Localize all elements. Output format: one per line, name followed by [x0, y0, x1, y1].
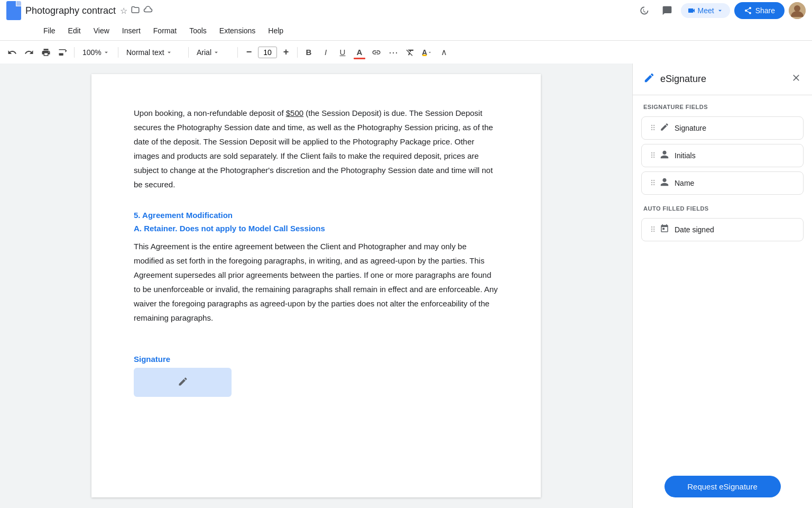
font-size-area: − 10 + — [241, 44, 294, 60]
agreement-paragraph: This Agreement is the entire agreement b… — [134, 239, 499, 325]
redo-button[interactable] — [21, 44, 37, 60]
menu-file[interactable]: File — [38, 24, 61, 37]
underline-button[interactable]: U — [335, 44, 350, 60]
document-page: Upon booking, a non-refundable deposit o… — [91, 74, 541, 497]
name-field-label: Name — [675, 179, 694, 187]
date-signed-field-icon — [660, 224, 669, 235]
menu-insert[interactable]: Insert — [117, 24, 146, 37]
name-field-item[interactable]: ⠿ Name — [641, 171, 804, 195]
font-size-input[interactable]: 10 — [258, 47, 277, 58]
drag-icon-signature: ⠿ — [650, 124, 654, 132]
panel-pencil-icon — [643, 72, 655, 86]
agreement-modification-heading: 5. Agreement Modification — [134, 211, 499, 220]
document-area: Upon booking, a non-refundable deposit o… — [0, 64, 632, 508]
docs-logo — [6, 1, 21, 20]
text-color-button[interactable]: A — [352, 44, 367, 60]
panel-title: eSignature — [660, 74, 786, 85]
signature-box[interactable] — [134, 368, 232, 397]
italic-button[interactable]: I — [318, 44, 334, 60]
esignature-fields-title: ESIGNATURE FIELDS — [633, 95, 812, 114]
divider-5 — [297, 47, 298, 58]
signature-field-icon — [660, 122, 669, 134]
menu-view[interactable]: View — [88, 24, 115, 37]
star-icon[interactable]: ☆ — [120, 6, 127, 16]
spacer-2 — [134, 333, 499, 344]
signature-field-item[interactable]: ⠿ Signature — [641, 116, 804, 140]
toolbar: 100% Normal text Arial − 10 + B I U A ⋯ … — [0, 40, 812, 64]
retainer-subheading: A. Retainer. Does not apply to Model Cal… — [134, 224, 499, 233]
bold-button[interactable]: B — [301, 44, 317, 60]
link-button[interactable] — [368, 44, 384, 60]
name-field-icon — [660, 177, 669, 189]
comment-icon[interactable] — [658, 1, 677, 20]
divider-2 — [118, 47, 118, 58]
date-signed-field-label: Date signed — [675, 225, 714, 234]
collapse-toolbar-button[interactable]: ∧ — [436, 44, 452, 60]
panel-close-button[interactable] — [791, 72, 801, 86]
signature-pen-icon — [178, 376, 188, 389]
top-right-actions: Meet Share — [634, 1, 806, 20]
menu-format[interactable]: Format — [148, 24, 182, 37]
text-style-selector[interactable]: Normal text — [122, 47, 185, 58]
highlight-button[interactable]: A — [419, 44, 435, 60]
meet-label: Meet — [698, 6, 714, 15]
paint-format-button[interactable] — [55, 44, 71, 60]
more-options-button[interactable]: ⋯ — [385, 44, 401, 60]
cloud-icon[interactable] — [143, 5, 153, 16]
auto-filled-fields-title: AUTO FILLED FIELDS — [633, 197, 812, 216]
meet-button[interactable]: Meet — [681, 3, 730, 18]
folder-icon[interactable] — [131, 5, 140, 16]
drag-icon-name: ⠿ — [650, 179, 654, 187]
panel-footer: Request eSignature — [633, 243, 812, 508]
deposit-paragraph: Upon booking, a non-refundable deposit o… — [134, 106, 499, 192]
date-signed-field-item[interactable]: ⠿ Date signed — [641, 218, 804, 241]
main-area: Upon booking, a non-refundable deposit o… — [0, 64, 812, 508]
font-size-decrease[interactable]: − — [241, 44, 257, 60]
zoom-selector[interactable]: 100% — [78, 47, 115, 58]
request-esignature-button[interactable]: Request eSignature — [665, 476, 781, 497]
title-action-icons: ☆ — [120, 5, 153, 16]
panel-header: eSignature — [633, 64, 812, 95]
drag-icon-date: ⠿ — [650, 225, 654, 234]
menu-bar: File Edit View Insert Format Tools Exten… — [0, 21, 812, 40]
drag-icon-initials: ⠿ — [650, 151, 654, 160]
menu-help[interactable]: Help — [263, 24, 289, 37]
document-title: Photography contract — [25, 5, 116, 16]
svg-point-1 — [794, 5, 800, 12]
divider-3 — [188, 47, 189, 58]
initials-field-label: Initials — [675, 151, 696, 160]
text-color-icon: A — [357, 48, 363, 57]
undo-button[interactable] — [4, 44, 20, 60]
title-bar: Photography contract ☆ Meet Share — [0, 0, 812, 21]
clear-formatting-button[interactable] — [402, 44, 418, 60]
font-size-increase[interactable]: + — [278, 44, 294, 60]
spacer-3 — [134, 344, 499, 355]
share-button[interactable]: Share — [734, 2, 785, 19]
esignature-panel: eSignature ESIGNATURE FIELDS ⠿ Signature… — [632, 64, 812, 508]
font-family-selector[interactable]: Arial — [192, 47, 234, 58]
menu-extensions[interactable]: Extensions — [214, 24, 261, 37]
text-color-bar — [354, 58, 365, 59]
print-button[interactable] — [38, 44, 54, 60]
share-label: Share — [755, 6, 775, 15]
initials-field-icon — [660, 150, 669, 161]
spacer-1 — [134, 200, 499, 211]
history-icon[interactable] — [634, 1, 653, 20]
divider-4 — [237, 47, 238, 58]
menu-tools[interactable]: Tools — [184, 24, 212, 37]
signature-field-label: Signature — [675, 124, 706, 132]
divider-1 — [74, 47, 75, 58]
initials-field-item[interactable]: ⠿ Initials — [641, 144, 804, 167]
menu-edit[interactable]: Edit — [63, 24, 86, 37]
signature-label: Signature — [134, 355, 499, 364]
user-avatar[interactable] — [789, 2, 806, 19]
